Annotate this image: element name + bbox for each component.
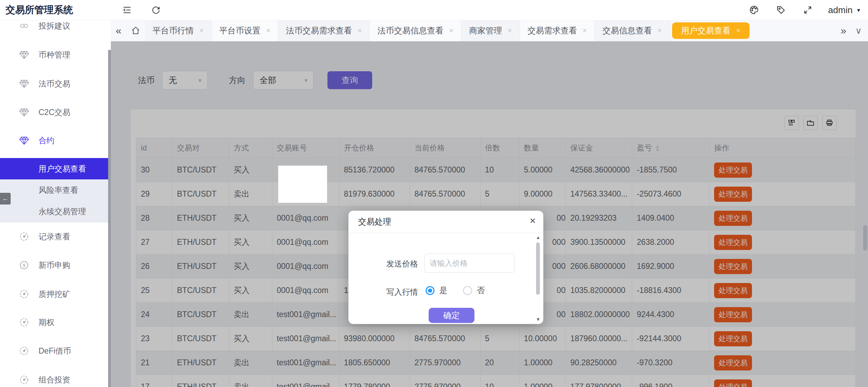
sidebar-item-label: 组合投资 xyxy=(39,375,70,385)
sidebar-item-label: 记录查看 xyxy=(39,231,70,242)
sidebar-item-label: DeFi借币 xyxy=(39,346,71,356)
dial-icon xyxy=(19,317,29,327)
refresh-icon[interactable] xyxy=(151,5,161,15)
sidebar-item-10[interactable]: $新币申购 xyxy=(0,255,111,275)
sidebar-item-label: 币种管理 xyxy=(39,50,70,60)
dollar-circle-icon: $ xyxy=(19,260,29,270)
scroll-down-icon[interactable]: ▼ xyxy=(535,317,541,322)
tag-icon[interactable] xyxy=(776,5,786,15)
tab-2[interactable]: 平台币设置× xyxy=(212,20,279,41)
gem-icon xyxy=(19,107,29,117)
dial-icon xyxy=(19,346,29,356)
send-price-input[interactable] xyxy=(425,254,514,273)
gem-icon xyxy=(19,135,29,146)
sidebar-item-9[interactable]: 记录查看 xyxy=(0,227,111,246)
gem-icon xyxy=(19,79,29,89)
scroll-up-icon[interactable]: ▲ xyxy=(535,235,541,240)
tab-4[interactable]: 法币交易信息查看× xyxy=(370,20,461,41)
radio-yes[interactable] xyxy=(426,286,435,295)
send-price-label: 发送价格 xyxy=(349,259,418,269)
close-icon[interactable]: × xyxy=(449,26,453,35)
sidebar-item-label: 投拆建议 xyxy=(39,21,70,31)
sidebar: 投拆建议币种管理法币交易C2C交易合约用户交易查看风险率查看永续交易管理记录查看… xyxy=(0,20,111,387)
tab-label: 用户交易查看 xyxy=(681,25,731,36)
menu-fold-icon[interactable] xyxy=(122,5,132,15)
close-icon[interactable]: × xyxy=(583,26,587,35)
tab-6[interactable]: 交易需求查看× xyxy=(520,20,595,41)
sidebar-item-label: 质押挖矿 xyxy=(39,289,70,300)
user-menu[interactable]: admin ▼ xyxy=(828,5,861,15)
tabs-scroll-right-icon[interactable]: » xyxy=(834,25,853,36)
dialog-title: 交易处理 xyxy=(358,216,391,227)
radio-no-label: 否 xyxy=(477,285,485,296)
write-market-label: 写入行情 xyxy=(349,287,418,297)
sidebar-item-label: 风险率查看 xyxy=(39,185,78,196)
confirm-button[interactable]: 确定 xyxy=(429,308,474,323)
sidebar-item-4[interactable]: C2C交易 xyxy=(0,103,111,122)
palette-icon[interactable] xyxy=(749,5,759,15)
close-icon[interactable]: × xyxy=(736,26,741,35)
home-icon[interactable] xyxy=(126,25,145,36)
sidebar-item-11[interactable]: 质押挖矿 xyxy=(0,284,111,304)
tabs-scroll-left-icon[interactable]: « xyxy=(111,25,126,36)
dial-icon xyxy=(19,375,29,385)
sidebar-item-6[interactable]: 用户交易查看 xyxy=(0,158,111,179)
dial-icon xyxy=(19,231,29,242)
sidebar-item-12[interactable]: 期权 xyxy=(0,313,111,332)
close-icon[interactable]: × xyxy=(658,26,662,35)
tab-label: 商家管理 xyxy=(469,25,502,36)
gem-icon xyxy=(19,50,29,60)
tab-bar: « 平台币行情×平台币设置×法币交易需求查看×法币交易信息查看×商家管理×交易需… xyxy=(111,20,868,42)
sidebar-item-13[interactable]: DeFi借币 xyxy=(0,341,111,360)
tab-1[interactable]: 平台币行情× xyxy=(145,20,212,41)
tab-5[interactable]: 商家管理× xyxy=(461,20,520,41)
redaction-box xyxy=(278,166,327,203)
sidebar-item-5[interactable]: 合约 xyxy=(0,131,111,150)
sidebar-item-label: 法币交易 xyxy=(39,79,70,89)
sidebar-item-3[interactable]: 法币交易 xyxy=(0,74,111,93)
tab-label: 法币交易需求查看 xyxy=(286,25,352,36)
tab-7[interactable]: 交易信息查看× xyxy=(595,20,670,41)
dial-icon xyxy=(19,289,29,299)
tab-8[interactable]: 用户交易查看× xyxy=(672,22,750,39)
sidebar-item-8[interactable]: 永续交易管理 xyxy=(0,201,111,222)
scrollbar-thumb[interactable] xyxy=(536,242,540,295)
trade-process-dialog: 交易处理 × 发送价格 写入行情 是 否 确定 ▲ ▼ xyxy=(348,211,543,324)
app-title: 交易所管理系统 xyxy=(6,3,109,17)
tabbar-right-group: » ∨ xyxy=(834,20,868,41)
sidebar-item-label: C2C交易 xyxy=(39,107,70,118)
sidebar-item-2[interactable]: 币种管理 xyxy=(0,45,111,64)
sidebar-item-label: 新币申购 xyxy=(39,260,70,271)
sidebar-item-label: 用户交易查看 xyxy=(39,164,86,174)
svg-text:$: $ xyxy=(23,263,25,268)
topbar-right-group: admin ▼ xyxy=(732,5,861,15)
sidebar-item-label: 期权 xyxy=(39,317,54,328)
close-icon[interactable]: × xyxy=(266,26,271,35)
tab-label: 平台币行情 xyxy=(153,25,194,36)
sidebar-item-label: 永续交易管理 xyxy=(39,206,86,217)
sidebar-item-14[interactable]: 组合投资 xyxy=(0,370,111,387)
close-icon[interactable]: × xyxy=(508,26,512,35)
user-name: admin xyxy=(828,5,853,15)
dialog-scrollbar[interactable]: ▲ ▼ xyxy=(535,235,541,322)
tab-label: 交易信息查看 xyxy=(603,25,652,36)
sidebar-item-label: 合约 xyxy=(39,135,54,146)
tab-label: 法币交易信息查看 xyxy=(377,25,443,36)
sidebar-collapse-handle[interactable]: ← xyxy=(0,193,11,205)
sidebar-item-7[interactable]: 风险率查看 xyxy=(0,179,111,201)
top-bar: 交易所管理系统 admin ▼ xyxy=(0,0,868,20)
write-market-radio-group: 是 否 xyxy=(426,285,501,296)
fullscreen-icon[interactable] xyxy=(803,5,813,15)
link-icon xyxy=(19,21,29,31)
sidebar-scrollbar[interactable] xyxy=(108,50,111,387)
tab-3[interactable]: 法币交易需求查看× xyxy=(278,20,370,41)
close-icon[interactable]: × xyxy=(357,26,362,35)
close-icon[interactable]: × xyxy=(530,216,536,226)
close-icon[interactable]: × xyxy=(199,26,204,35)
chevron-down-icon: ▼ xyxy=(856,7,861,13)
radio-yes-label: 是 xyxy=(439,285,447,296)
dialog-header: 交易处理 × xyxy=(348,211,543,233)
radio-no[interactable] xyxy=(463,286,472,295)
tabs-more-icon[interactable]: ∨ xyxy=(853,25,868,36)
page-scrollbar[interactable] xyxy=(863,225,867,251)
